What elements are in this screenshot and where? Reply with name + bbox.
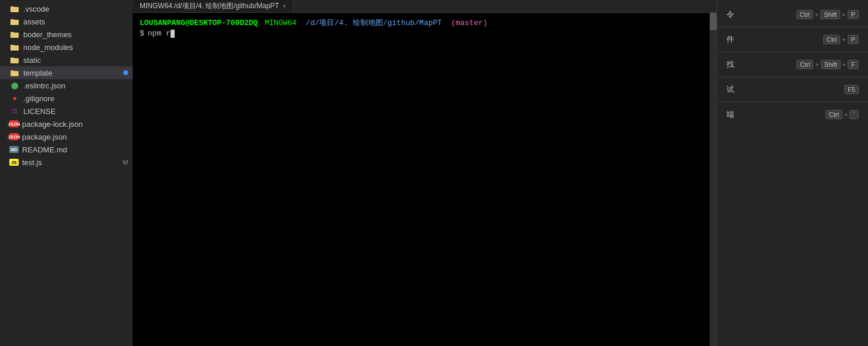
terminal-tab[interactable]: MINGW64:/d/项目/4. 绘制地图/github/MapPT × — [133, 0, 293, 12]
right-panel-divider — [717, 102, 868, 102]
license-icon: ⚖ — [9, 106, 20, 116]
right-panel-divider — [717, 52, 868, 52]
folder-icon — [9, 55, 20, 65]
kbd-ctrl: Ctrl — [826, 110, 842, 119]
kbd-combo-2: Ctrl + P — [823, 35, 859, 44]
kbd-plus: + — [842, 36, 845, 43]
kbd-plus: + — [842, 11, 845, 18]
kbd-combo-1: Ctrl + Shift + P — [796, 10, 859, 19]
right-panel-label-3: 找 — [727, 59, 796, 70]
prompt-branch: (master) — [451, 19, 487, 27]
right-panel-label-1: 令 — [727, 9, 796, 20]
prompt-cmd: npm r — [148, 29, 171, 38]
terminal-tab-bar: MINGW64:/d/项目/4. 绘制地图/github/MapPT × — [133, 0, 717, 13]
kbd-backtick: ` — [849, 110, 859, 119]
terminal-area[interactable]: LOUSANPANG@DESKTOP-700D2DQ MINGW64 /d/项目… — [133, 13, 717, 346]
svg-rect-5 — [10, 33, 19, 38]
sidebar-item-gitignore[interactable]: ✦ .gitignore — [0, 92, 133, 105]
folder-icon — [9, 42, 20, 52]
sidebar-item-package[interactable]: JSON package.json — [0, 130, 133, 143]
folder-icon — [9, 29, 20, 40]
sidebar-item-label: template — [23, 69, 123, 77]
package-lock-icon: JSON — [9, 120, 19, 127]
close-tab-button[interactable]: × — [282, 3, 286, 9]
kbd-shift: Shift — [820, 10, 840, 19]
prompt-space — [299, 19, 303, 27]
sidebar-item-testjs[interactable]: JS test.js M — [0, 156, 133, 169]
sidebar-item-readme[interactable]: MD README.md — [0, 143, 133, 156]
sidebar-item-license[interactable]: ⚖ LICENSE — [0, 105, 133, 117]
sidebar-item-package-lock[interactable]: JSON package-lock.json — [0, 117, 133, 130]
right-panel-divider — [717, 27, 868, 27]
prompt-user: LOUSANPANG@DESKTOP-700D2DQ — [140, 19, 258, 27]
svg-rect-12 — [12, 72, 17, 76]
right-panel-item-4: 试 F5 — [717, 80, 868, 99]
main-area: MINGW64:/d/项目/4. 绘制地图/github/MapPT × LOU… — [133, 0, 717, 346]
prompt-mingw: MINGW64 — [265, 19, 297, 27]
modified-badge — [123, 70, 128, 75]
git-icon: ✦ — [9, 93, 20, 104]
sidebar-item-label: .eslintrc.json — [23, 81, 128, 90]
sidebar-item-static[interactable]: static — [0, 53, 133, 66]
sidebar-item-label: test.js — [22, 158, 121, 167]
sidebar-item-node-modules[interactable]: node_modules — [0, 41, 133, 53]
sidebar-item-label: .vscode — [23, 5, 128, 13]
sidebar-item-label: assets — [23, 17, 128, 26]
kbd-f: F — [848, 60, 859, 69]
prompt-dollar: $ — [140, 29, 144, 38]
sidebar-item-label: .gitignore — [23, 94, 128, 103]
svg-rect-9 — [10, 58, 19, 63]
kbd-combo-5: Ctrl + ` — [826, 110, 859, 119]
kbd-shift: Shift — [821, 60, 841, 69]
kbd-ctrl: Ctrl — [796, 60, 813, 69]
sidebar: .vscode assets boder_themes node_modules… — [0, 0, 133, 346]
svg-rect-3 — [10, 20, 19, 25]
readme-icon: MD — [9, 146, 19, 153]
sidebar-item-vscode[interactable]: .vscode — [0, 2, 133, 15]
kbd-combo-3: Ctrl + Shift + F — [796, 60, 859, 69]
js-icon: JS — [9, 159, 19, 166]
prompt-space2 — [444, 19, 449, 27]
terminal-scrollbar[interactable] — [710, 13, 717, 346]
eslint-icon: ⬤ — [9, 80, 20, 91]
right-panel-label-5: 端 — [727, 109, 826, 120]
kbd-plus: + — [842, 61, 846, 68]
right-panel-item-2: 件 Ctrl + P — [717, 30, 868, 49]
right-panel-item-5: 端 Ctrl + ` — [717, 105, 868, 124]
sidebar-item-label: node_modules — [23, 43, 128, 52]
right-panel-label-4: 试 — [727, 84, 844, 95]
package-icon: JSON — [9, 133, 19, 140]
folder-icon — [9, 3, 20, 14]
prompt-path: /d/项目/4. 绘制地图/github/MapPT — [306, 17, 442, 28]
sidebar-item-label: static — [23, 56, 128, 65]
kbd-ctrl: Ctrl — [796, 10, 813, 19]
right-panel: 令 Ctrl + Shift + P 件 Ctrl + P 找 Ctrl + S… — [717, 0, 868, 346]
kbd-combo-4: F5 — [844, 85, 859, 94]
sidebar-item-assets[interactable]: assets — [0, 15, 133, 28]
sidebar-item-label: boder_themes — [23, 30, 128, 39]
terminal-scrollbar-thumb[interactable] — [710, 13, 717, 30]
prompt-at — [259, 19, 264, 27]
sidebar-item-boder-themes[interactable]: boder_themes — [0, 28, 133, 41]
git-status-badge: M — [123, 159, 128, 166]
kbd-p: P — [848, 10, 859, 19]
kbd-plus: + — [815, 11, 819, 18]
kbd-plus: + — [844, 111, 848, 118]
kbd-p: P — [848, 35, 859, 44]
sidebar-item-label: README.md — [22, 145, 128, 154]
sidebar-item-template[interactable]: template — [0, 66, 133, 79]
kbd-plus: + — [815, 61, 819, 68]
terminal-cmd-line: $ npm r — [140, 29, 710, 38]
svg-rect-7 — [10, 45, 19, 51]
svg-rect-1 — [10, 7, 19, 12]
kbd-f5: F5 — [844, 85, 859, 94]
terminal-tab-label: MINGW64:/d/项目/4. 绘制地图/github/MapPT — [140, 1, 279, 11]
terminal-cursor — [171, 30, 175, 38]
folder-open-icon — [9, 67, 20, 78]
right-panel-label-2: 件 — [727, 34, 823, 45]
sidebar-item-eslintrc[interactable]: ⬤ .eslintrc.json — [0, 79, 133, 92]
sidebar-item-label: package-lock.json — [22, 120, 128, 129]
kbd-ctrl: Ctrl — [823, 35, 840, 44]
right-panel-item-1: 令 Ctrl + Shift + P — [717, 5, 868, 24]
sidebar-item-label: package.json — [22, 133, 128, 141]
